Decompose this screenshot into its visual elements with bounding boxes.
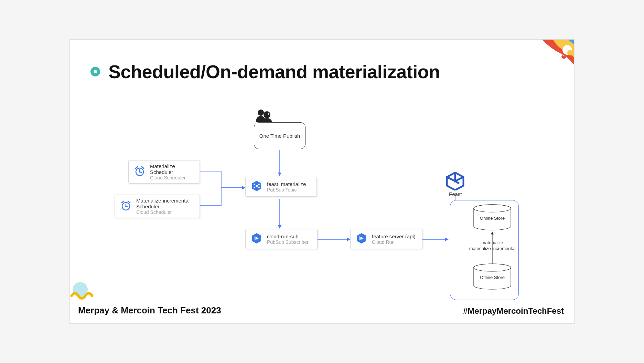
node-subtitle: PubSub Topic: [267, 187, 306, 193]
presentation-slide: Scheduled/On-demand materialization: [69, 39, 575, 324]
materialize-incremental-scheduler-node: Materialize-incremental Scheduler Cloud …: [115, 195, 200, 218]
svg-point-1: [567, 50, 573, 55]
offline-store-label: Offline Store: [472, 275, 512, 280]
node-subtitle: Cloud Scheduler: [150, 175, 195, 180]
svg-point-11: [268, 113, 269, 115]
materialize-label-2: materialize-incremental: [465, 246, 519, 252]
node-title: Materialize-incremental Scheduler: [136, 198, 195, 209]
node-subtitle: Cloud Run: [372, 239, 416, 245]
cloud-run-icon: [355, 232, 368, 246]
materialize-labels: materialize materialize-incremental: [465, 240, 519, 252]
footer-right: #MerpayMercoinTechFest: [463, 306, 564, 316]
pubsub-icon: [250, 180, 263, 194]
node-title: feast_materialize: [267, 181, 306, 187]
feast-icon: [445, 172, 465, 192]
node-subtitle: PubSub Subscriber: [267, 239, 309, 245]
svg-point-15: [125, 206, 127, 207]
svg-point-13: [139, 171, 140, 173]
diagram-canvas: One Time Publish Materialize Scheduler C…: [70, 91, 574, 299]
decoration-top-right-icon: [526, 39, 575, 88]
one-time-publish-label: One Time Publish: [259, 133, 300, 139]
svg-point-10: [264, 111, 270, 118]
node-title: feature server (api): [372, 234, 416, 239]
node-title: cloud-run-sub: [267, 234, 309, 239]
online-store-node: Online Store: [472, 204, 512, 230]
feature-server-node: feature server (api) Cloud Run: [350, 229, 422, 249]
pubsub-topic-node: feast_materialize PubSub Topic: [245, 177, 317, 197]
cloud-scheduler-icon: [133, 165, 146, 179]
cloud-scheduler-icon: [120, 199, 132, 213]
pubsub-subscriber-node: cloud-run-sub PubSub Subscriber: [245, 229, 318, 249]
slide-title-row: Scheduled/On-demand materialization: [90, 61, 440, 82]
materialize-scheduler-node: Materialize Scheduler Cloud Scheduler: [128, 160, 200, 184]
title-bullet-icon: [90, 67, 100, 76]
footer-left: Merpay & Mercoin Tech Fest 2023: [78, 305, 221, 316]
slide-title: Scheduled/On-demand materialization: [108, 61, 440, 82]
svg-point-9: [258, 110, 264, 116]
offline-store-node: Offline Store: [472, 263, 512, 290]
node-title: Materialize Scheduler: [150, 163, 195, 175]
cloud-run-icon: [250, 232, 263, 246]
feast-label: Feast: [449, 191, 462, 197]
online-store-label: Online Store: [472, 216, 512, 221]
node-subtitle: Cloud Scheduler: [136, 209, 195, 215]
one-time-publish-node: One Time Publish: [254, 122, 305, 149]
materialize-label-1: materialize: [465, 240, 519, 246]
